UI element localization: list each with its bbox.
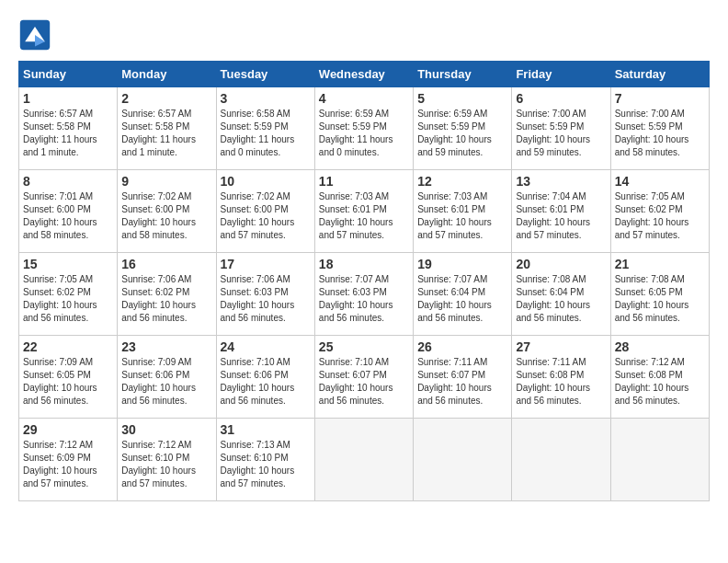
day-cell: 1Sunrise: 6:57 AM Sunset: 5:58 PM Daylig… bbox=[19, 87, 118, 170]
week-row-1: 1Sunrise: 6:57 AM Sunset: 5:58 PM Daylig… bbox=[19, 87, 710, 170]
day-cell: 23Sunrise: 7:09 AM Sunset: 6:06 PM Dayli… bbox=[118, 336, 216, 419]
day-info: Sunrise: 7:05 AM Sunset: 6:02 PM Dayligh… bbox=[23, 273, 113, 325]
day-info: Sunrise: 7:02 AM Sunset: 6:00 PM Dayligh… bbox=[121, 190, 211, 242]
calendar-header-row: SundayMondayTuesdayWednesdayThursdayFrid… bbox=[19, 62, 710, 87]
day-cell: 27Sunrise: 7:11 AM Sunset: 6:08 PM Dayli… bbox=[512, 336, 610, 419]
day-cell: 17Sunrise: 7:06 AM Sunset: 6:03 PM Dayli… bbox=[216, 253, 314, 336]
day-cell: 7Sunrise: 7:00 AM Sunset: 5:59 PM Daylig… bbox=[610, 87, 709, 170]
week-row-5: 29Sunrise: 7:12 AM Sunset: 6:09 PM Dayli… bbox=[19, 419, 710, 501]
day-info: Sunrise: 7:04 AM Sunset: 6:01 PM Dayligh… bbox=[516, 190, 606, 242]
day-info: Sunrise: 7:12 AM Sunset: 6:09 PM Dayligh… bbox=[23, 439, 113, 490]
day-cell: 13Sunrise: 7:04 AM Sunset: 6:01 PM Dayli… bbox=[512, 170, 610, 253]
day-cell: 24Sunrise: 7:10 AM Sunset: 6:06 PM Dayli… bbox=[216, 336, 314, 419]
day-info: Sunrise: 7:08 AM Sunset: 6:05 PM Dayligh… bbox=[615, 273, 705, 325]
day-info: Sunrise: 7:09 AM Sunset: 6:06 PM Dayligh… bbox=[121, 356, 211, 408]
day-cell bbox=[512, 419, 610, 501]
day-number: 2 bbox=[121, 91, 211, 106]
week-row-4: 22Sunrise: 7:09 AM Sunset: 6:05 PM Dayli… bbox=[19, 336, 710, 419]
day-number: 20 bbox=[516, 257, 606, 271]
day-info: Sunrise: 7:03 AM Sunset: 6:01 PM Dayligh… bbox=[417, 190, 507, 242]
day-cell bbox=[414, 419, 512, 501]
day-number: 30 bbox=[121, 422, 211, 437]
day-cell: 4Sunrise: 6:59 AM Sunset: 5:59 PM Daylig… bbox=[314, 87, 413, 170]
week-row-2: 8Sunrise: 7:01 AM Sunset: 6:00 PM Daylig… bbox=[19, 170, 710, 253]
day-number: 31 bbox=[221, 422, 311, 437]
day-number: 14 bbox=[615, 174, 705, 189]
day-cell: 15Sunrise: 7:05 AM Sunset: 6:02 PM Dayli… bbox=[19, 253, 118, 336]
day-info: Sunrise: 7:00 AM Sunset: 5:59 PM Dayligh… bbox=[615, 108, 705, 159]
day-cell: 8Sunrise: 7:01 AM Sunset: 6:00 PM Daylig… bbox=[19, 170, 118, 253]
day-info: Sunrise: 7:00 AM Sunset: 5:59 PM Dayligh… bbox=[516, 108, 606, 159]
day-info: Sunrise: 7:07 AM Sunset: 6:04 PM Dayligh… bbox=[417, 273, 507, 325]
day-info: Sunrise: 7:02 AM Sunset: 6:00 PM Dayligh… bbox=[221, 190, 311, 242]
day-cell: 20Sunrise: 7:08 AM Sunset: 6:04 PM Dayli… bbox=[512, 253, 610, 336]
header-monday: Monday bbox=[118, 62, 216, 87]
day-number: 28 bbox=[615, 339, 705, 354]
day-info: Sunrise: 7:06 AM Sunset: 6:03 PM Dayligh… bbox=[221, 273, 311, 325]
day-info: Sunrise: 7:01 AM Sunset: 6:00 PM Dayligh… bbox=[23, 190, 113, 242]
day-info: Sunrise: 7:11 AM Sunset: 6:07 PM Dayligh… bbox=[417, 356, 507, 408]
day-info: Sunrise: 7:05 AM Sunset: 6:02 PM Dayligh… bbox=[615, 190, 705, 242]
day-cell: 10Sunrise: 7:02 AM Sunset: 6:00 PM Dayli… bbox=[216, 170, 314, 253]
header-friday: Friday bbox=[512, 62, 610, 87]
day-info: Sunrise: 6:59 AM Sunset: 5:59 PM Dayligh… bbox=[417, 108, 507, 159]
day-number: 9 bbox=[121, 174, 211, 189]
day-number: 4 bbox=[319, 91, 409, 106]
week-row-3: 15Sunrise: 7:05 AM Sunset: 6:02 PM Dayli… bbox=[19, 253, 710, 336]
header-thursday: Thursday bbox=[414, 62, 512, 87]
day-cell: 2Sunrise: 6:57 AM Sunset: 5:58 PM Daylig… bbox=[118, 87, 216, 170]
day-number: 18 bbox=[319, 257, 409, 271]
day-number: 11 bbox=[319, 174, 409, 189]
day-info: Sunrise: 7:03 AM Sunset: 6:01 PM Dayligh… bbox=[319, 190, 409, 242]
day-cell: 14Sunrise: 7:05 AM Sunset: 6:02 PM Dayli… bbox=[610, 170, 709, 253]
day-number: 12 bbox=[417, 174, 507, 189]
day-cell: 31Sunrise: 7:13 AM Sunset: 6:10 PM Dayli… bbox=[216, 419, 314, 501]
header-sunday: Sunday bbox=[19, 62, 118, 87]
day-cell: 19Sunrise: 7:07 AM Sunset: 6:04 PM Dayli… bbox=[414, 253, 512, 336]
day-info: Sunrise: 6:57 AM Sunset: 5:58 PM Dayligh… bbox=[121, 108, 211, 159]
page-header bbox=[18, 18, 710, 52]
day-number: 19 bbox=[417, 257, 507, 271]
day-number: 25 bbox=[319, 339, 409, 354]
day-info: Sunrise: 7:11 AM Sunset: 6:08 PM Dayligh… bbox=[516, 356, 606, 408]
day-cell: 21Sunrise: 7:08 AM Sunset: 6:05 PM Dayli… bbox=[610, 253, 709, 336]
day-number: 29 bbox=[23, 422, 113, 437]
day-number: 24 bbox=[221, 339, 311, 354]
day-info: Sunrise: 7:09 AM Sunset: 6:05 PM Dayligh… bbox=[23, 356, 113, 408]
day-number: 17 bbox=[221, 257, 311, 271]
day-cell: 11Sunrise: 7:03 AM Sunset: 6:01 PM Dayli… bbox=[314, 170, 413, 253]
day-cell: 30Sunrise: 7:12 AM Sunset: 6:10 PM Dayli… bbox=[118, 419, 216, 501]
day-number: 15 bbox=[23, 257, 113, 271]
day-cell bbox=[314, 419, 413, 501]
day-info: Sunrise: 6:58 AM Sunset: 5:59 PM Dayligh… bbox=[221, 108, 311, 159]
day-cell: 26Sunrise: 7:11 AM Sunset: 6:07 PM Dayli… bbox=[414, 336, 512, 419]
day-number: 13 bbox=[516, 174, 606, 189]
header-wednesday: Wednesday bbox=[314, 62, 413, 87]
day-number: 21 bbox=[615, 257, 705, 271]
day-info: Sunrise: 6:59 AM Sunset: 5:59 PM Dayligh… bbox=[319, 108, 409, 159]
day-info: Sunrise: 7:12 AM Sunset: 6:08 PM Dayligh… bbox=[615, 356, 705, 408]
day-number: 23 bbox=[121, 339, 211, 354]
day-number: 10 bbox=[221, 174, 311, 189]
logo bbox=[18, 18, 55, 52]
day-info: Sunrise: 7:13 AM Sunset: 6:10 PM Dayligh… bbox=[221, 439, 311, 490]
day-number: 3 bbox=[221, 91, 311, 106]
day-info: Sunrise: 7:07 AM Sunset: 6:03 PM Dayligh… bbox=[319, 273, 409, 325]
day-info: Sunrise: 7:06 AM Sunset: 6:02 PM Dayligh… bbox=[121, 273, 211, 325]
day-cell: 29Sunrise: 7:12 AM Sunset: 6:09 PM Dayli… bbox=[19, 419, 118, 501]
day-number: 26 bbox=[417, 339, 507, 354]
logo-icon bbox=[18, 18, 51, 52]
header-tuesday: Tuesday bbox=[216, 62, 314, 87]
day-cell bbox=[610, 419, 709, 501]
day-cell: 3Sunrise: 6:58 AM Sunset: 5:59 PM Daylig… bbox=[216, 87, 314, 170]
day-number: 8 bbox=[23, 174, 113, 189]
day-number: 16 bbox=[121, 257, 211, 271]
day-number: 6 bbox=[516, 91, 606, 106]
day-info: Sunrise: 7:10 AM Sunset: 6:07 PM Dayligh… bbox=[319, 356, 409, 408]
day-info: Sunrise: 6:57 AM Sunset: 5:58 PM Dayligh… bbox=[23, 108, 113, 159]
day-cell: 9Sunrise: 7:02 AM Sunset: 6:00 PM Daylig… bbox=[118, 170, 216, 253]
day-cell: 28Sunrise: 7:12 AM Sunset: 6:08 PM Dayli… bbox=[610, 336, 709, 419]
day-number: 7 bbox=[615, 91, 705, 106]
day-number: 1 bbox=[23, 91, 113, 106]
day-cell: 6Sunrise: 7:00 AM Sunset: 5:59 PM Daylig… bbox=[512, 87, 610, 170]
